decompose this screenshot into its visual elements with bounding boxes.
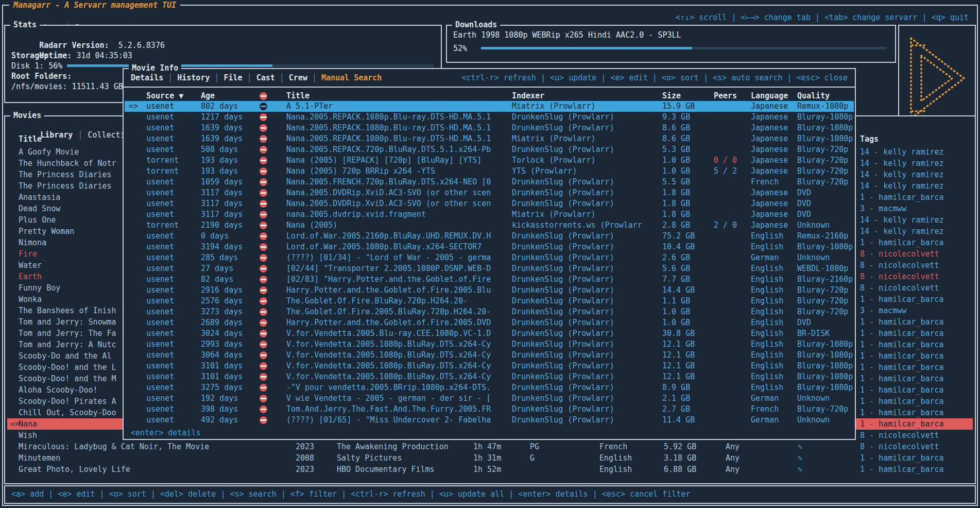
release-row[interactable]: usenet 82 days [02/83] "Harry.Potter.and… [125,274,854,285]
movie-title: Wonka [19,294,42,305]
release-language: English [751,361,783,371]
movie-tag: 8 - nicolecolvett [860,441,939,452]
release-row[interactable]: usenet 3194 days Lord.of.War.2005.1080p.… [125,242,854,252]
movie-row[interactable]: Minutemen 2008 Salty Pictures 1h 31m G E… [7,452,973,464]
release-quality: Bluray-720p [797,296,848,307]
release-row[interactable]: torrent 193 days Nana (2005) 720p BRRip … [125,166,854,177]
movie-title: Scooby-Doo! and the M [19,373,116,384]
movie-title: Tom and Jerry: Snowma [19,316,116,328]
movie-title: Fire [19,248,37,260]
release-indexer: DrunkenSlug (Prowlarr) [512,307,614,317]
release-language: Japanese [751,101,788,112]
release-size: 2.8 GB [662,220,690,231]
release-row[interactable]: usenet 3117 days nana.2005.dvdrip.xvid.f… [125,209,854,220]
release-row[interactable]: usenet 1639 days Nana.2005.REPACK.1080p.… [125,133,854,144]
movie-certification: G [530,452,535,464]
release-row[interactable]: usenet 492 days (????) [01/65] - "Miss U… [125,415,854,426]
release-language: Japanese [751,133,788,144]
movie-row[interactable]: Great Photo, Lovely Life 2023 HBO Docume… [7,464,973,475]
movie-tag: 3 - macmww [860,305,906,316]
release-source: usenet [146,404,174,415]
release-quality: Unknown [797,415,830,426]
release-indexer: Miatrix (Prowlarr) [512,133,596,144]
release-row[interactable]: => usenet 802 days A 5.1-PTer Miatrix (P… [125,101,854,112]
release-row[interactable]: torrent 193 days Nana (2005) [REPACK] [7… [125,155,854,166]
release-row[interactable]: usenet 285 days (????) [01/34] - "Lord o… [125,252,854,263]
release-size: 1.0 GB [662,155,690,166]
release-title: Nana.2005.REPACK.1080p.Blu-ray.DTS-HD.MA… [286,133,491,144]
movie-tag: 1 - hamilcar_barca [860,316,944,328]
release-title: Nana.2005.FRENCH.720p.BluRay.DTS.x264-NE… [286,177,491,188]
release-language: English [751,371,783,382]
storage-label: Storage: [11,50,435,61]
release-indexer: DrunkenSlug (Prowlarr) [512,350,614,361]
release-row[interactable]: usenet 3101 days V.for.Vendetta.2005.108… [125,361,854,371]
release-row[interactable]: usenet 3273 days The.Goblet.Of.Fire.2005… [125,307,854,317]
release-footer-hint: <enter> details [131,428,200,438]
release-row[interactable]: usenet 192 days V wie Vendetta - 2005 - … [125,393,854,404]
movie-quality-profile: Any [726,464,740,475]
release-age: 3117 days [201,188,243,198]
release-row[interactable]: usenet 3275 days -"V pour vendetta.2005.… [125,382,854,393]
movie-tag: 1 - hamilcar_barca [860,373,944,384]
release-row[interactable]: usenet 3101 days V.for.Vendetta.2005.108… [125,371,854,382]
release-row[interactable]: usenet 2689 days Harry.Potter.and.the.Go… [125,317,854,328]
release-rows: => usenet 802 days A 5.1-PTer Miatrix (P… [124,69,855,439]
download-progress-bar [481,47,887,49]
release-quality: Remux-2160p [797,231,848,242]
release-peers: 2 / 0 [714,220,737,231]
release-source: usenet [146,339,174,350]
rejection-icon [260,328,267,339]
managarr-logo-icon [907,35,968,122]
release-quality: Remux-1080p [797,101,848,112]
rejection-icon [260,317,267,328]
release-size: 9.3 GB [662,112,690,123]
release-row[interactable]: usenet 2576 days The.Goblet.Of.Fire.BluR… [125,296,854,307]
release-row[interactable]: usenet 27 days [02/44] "Transporter 2.20… [125,263,854,274]
release-size: 8.6 GB [662,123,690,133]
release-title: Nana.2005.DVDRip.XviD.AC3-SVO (or other … [286,188,491,198]
release-size: 5.5 GB [662,177,690,188]
release-title: Nana.2005.REPACK.1080p.Blu-ray.DTS-HD.MA… [286,123,491,133]
movie-tag: 1 - hamilcar_barca [860,464,944,475]
release-row[interactable]: usenet 3117 days Nana.2005.DVDRip.XviD.A… [125,188,854,198]
release-indexer: DrunkenSlug (Prowlarr) [512,112,614,123]
release-title: Nana (2005) [REPACK] [720p] [BluRay] [YT… [286,155,482,166]
rejection-icon [260,112,267,123]
release-age: 3117 days [201,198,243,209]
release-age: 3101 days [201,361,243,371]
release-title: Nana.2005.DVDRip.XviD.AC3-SVO (or other … [286,198,491,209]
release-source: usenet [146,112,174,123]
release-row[interactable]: usenet 1639 days Nana.2005.REPACK.1080p.… [125,123,854,133]
movie-title: Tom and Jerry: The Fa [19,328,116,339]
release-quality: Bluray-1080p [797,133,853,144]
release-row[interactable]: usenet 508 days Nana.2005.REPACK.720p.Bl… [125,144,854,155]
release-row[interactable]: usenet 2916 days Harry.Potter.and.the.Go… [125,285,854,296]
release-age: 3194 days [201,242,243,252]
release-size: 12.1 GB [662,339,695,350]
movie-tag: 1 - hamilcar_barca [860,418,944,430]
movie-title: The Princess Diaries [19,169,112,180]
movie-year: 2023 [296,441,314,452]
release-row[interactable]: usenet 398 days Tom.And.Jerry.The.Fast.A… [125,404,854,415]
release-indexer: Torlock (Prowlarr) [512,155,596,166]
release-size: 75.2 GB [662,231,695,242]
release-indexer: DrunkenSlug (Prowlarr) [512,371,614,382]
release-row[interactable]: usenet 3064 days V.for.Vendetta.2005.108… [125,350,854,361]
movie-row[interactable]: Miraculous: Ladybug & Cat Noir, The Movi… [7,441,973,452]
movie-title: Chill Out, Scooby-Doo [19,407,116,418]
release-age: 0 days [201,231,229,242]
release-row[interactable]: usenet 0 days Lord.of.War.2005.2160p.Blu… [125,231,854,242]
release-language: English [751,231,783,242]
release-age: 2916 days [201,285,243,296]
downloads-panel-title: Downloads [452,20,500,30]
release-row[interactable]: usenet 1059 days Nana.2005.FRENCH.720p.B… [125,177,854,188]
release-row[interactable]: usenet 2993 days V.for.Vendetta.2005.108… [125,339,854,350]
release-language: Japanese [751,123,788,133]
release-row[interactable]: usenet 3117 days Nana.2005.DVDRip.XviD.A… [125,198,854,209]
release-source: usenet [146,209,174,220]
release-row[interactable]: torrent 2190 days Nana (2005) kickasstor… [125,220,854,231]
release-row[interactable]: usenet 3024 days V.for.Vendetta.2005.Blu… [125,328,854,339]
release-row[interactable]: usenet 1217 days Nana.2005.REPACK.1080p.… [125,112,854,123]
release-language: Japanese [751,155,788,166]
